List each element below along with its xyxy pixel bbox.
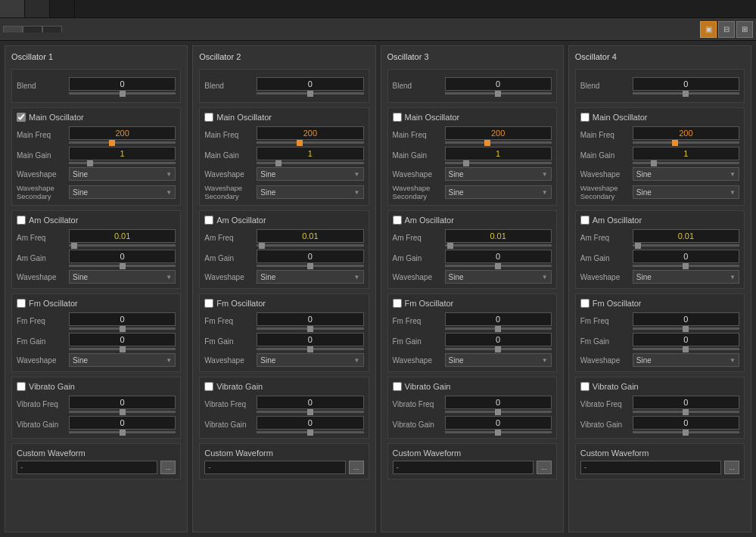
am-osc-checkbox-4[interactable] <box>580 216 590 225</box>
fm-freq-slider-1[interactable] <box>69 327 176 330</box>
custom-waveform-input-4[interactable]: - <box>580 461 721 474</box>
title-tab-2[interactable] <box>25 0 50 17</box>
vibrato-gain-slider-2[interactable] <box>257 431 363 433</box>
vibrato-freq-slider-3[interactable] <box>445 411 552 413</box>
am-freq-value-2[interactable]: 0.01 <box>257 229 363 243</box>
custom-waveform-input-1[interactable]: - <box>17 461 157 474</box>
vibrato-checkbox-4[interactable] <box>580 382 590 391</box>
blend-value-2[interactable]: 0 <box>257 77 363 91</box>
main-gain-slider-4[interactable] <box>633 162 739 164</box>
main-gain-value-3[interactable]: 1 <box>445 147 552 160</box>
am-freq-value-1[interactable]: 0.01 <box>69 229 176 243</box>
fm-freq-value-3[interactable]: 0 <box>445 312 552 326</box>
vibrato-freq-slider-1[interactable] <box>69 411 176 413</box>
am-freq-slider-1[interactable] <box>69 244 176 247</box>
am-waveshape-select-1[interactable]: Sine ▼ <box>69 270 176 284</box>
fm-freq-value-4[interactable]: 0 <box>633 312 739 326</box>
main-osc-checkbox-2[interactable] <box>204 113 213 122</box>
am-freq-slider-4[interactable] <box>633 244 739 247</box>
am-freq-value-4[interactable]: 0.01 <box>633 229 739 243</box>
dual-panel-button[interactable]: ⊟ <box>718 21 735 38</box>
blend-slider-3[interactable] <box>445 92 552 95</box>
blend-slider-1[interactable] <box>69 92 176 95</box>
vibrato-gain-slider-3[interactable] <box>445 431 552 433</box>
tab-rtpc[interactable] <box>23 26 42 33</box>
main-freq-slider-4[interactable] <box>633 141 739 144</box>
main-osc-checkbox-4[interactable] <box>580 113 590 122</box>
fm-gain-slider-1[interactable] <box>69 348 176 350</box>
waveshape-secondary-select-2[interactable]: Sine ▼ <box>257 185 363 199</box>
am-gain-slider-1[interactable] <box>69 265 176 267</box>
title-tab-notes[interactable] <box>50 0 75 17</box>
custom-waveform-input-2[interactable]: - <box>204 461 345 474</box>
blend-slider-4[interactable] <box>633 92 739 95</box>
am-gain-slider-2[interactable] <box>257 265 363 267</box>
fm-gain-slider-4[interactable] <box>633 348 739 350</box>
am-gain-value-3[interactable]: 0 <box>445 250 552 263</box>
vibrato-gain-value-2[interactable]: 0 <box>257 416 363 430</box>
vibrato-freq-slider-2[interactable] <box>257 411 363 413</box>
blend-value-4[interactable]: 0 <box>633 77 739 91</box>
main-freq-slider-3[interactable] <box>445 141 552 144</box>
main-osc-checkbox-1[interactable] <box>17 113 26 122</box>
waveshape-select-2[interactable]: Sine ▼ <box>257 167 363 181</box>
main-gain-value-1[interactable]: 1 <box>69 147 176 160</box>
am-gain-value-1[interactable]: 0 <box>69 250 176 263</box>
vibrato-gain-slider-1[interactable] <box>69 431 176 433</box>
fm-waveshape-select-4[interactable]: Sine ▼ <box>633 353 739 367</box>
vibrato-checkbox-3[interactable] <box>393 382 402 391</box>
custom-waveform-btn-2[interactable]: ... <box>349 461 364 474</box>
custom-waveform-btn-1[interactable]: ... <box>160 461 176 474</box>
waveshape-select-1[interactable]: Sine ▼ <box>69 167 176 181</box>
single-panel-button[interactable]: ▣ <box>700 21 717 38</box>
waveshape-secondary-select-3[interactable]: Sine ▼ <box>445 185 552 199</box>
main-freq-value-2[interactable]: 200 <box>257 126 363 140</box>
main-osc-checkbox-3[interactable] <box>393 113 402 122</box>
waveshape-secondary-select-4[interactable]: Sine ▼ <box>633 185 739 199</box>
custom-waveform-btn-3[interactable]: ... <box>537 461 552 474</box>
main-freq-slider-2[interactable] <box>257 141 363 144</box>
fm-osc-checkbox-1[interactable] <box>17 299 26 308</box>
fm-gain-slider-3[interactable] <box>445 348 552 350</box>
custom-waveform-input-3[interactable]: - <box>393 461 534 474</box>
am-osc-checkbox-1[interactable] <box>17 216 26 225</box>
am-gain-slider-4[interactable] <box>633 265 739 267</box>
quad-panel-button[interactable]: ⊞ <box>736 21 753 38</box>
am-osc-checkbox-2[interactable] <box>204 216 213 225</box>
blend-slider-2[interactable] <box>257 92 363 95</box>
main-freq-value-1[interactable]: 200 <box>69 126 176 140</box>
blend-value-3[interactable]: 0 <box>445 77 552 91</box>
fm-waveshape-select-3[interactable]: Sine ▼ <box>445 353 552 367</box>
fm-freq-slider-2[interactable] <box>257 327 363 330</box>
vibrato-freq-value-2[interactable]: 0 <box>257 396 363 409</box>
vibrato-freq-slider-4[interactable] <box>633 411 739 413</box>
am-waveshape-select-3[interactable]: Sine ▼ <box>445 270 552 284</box>
fm-waveshape-select-1[interactable]: Sine ▼ <box>69 353 176 367</box>
am-gain-value-4[interactable]: 0 <box>633 250 739 263</box>
waveshape-secondary-select-1[interactable]: Sine ▼ <box>69 185 176 199</box>
blend-value-1[interactable]: 0 <box>69 77 176 91</box>
fm-osc-checkbox-4[interactable] <box>580 299 590 308</box>
fm-freq-slider-3[interactable] <box>445 327 552 330</box>
vibrato-gain-value-1[interactable]: 0 <box>69 416 176 430</box>
am-gain-value-2[interactable]: 0 <box>257 250 363 263</box>
am-waveshape-select-4[interactable]: Sine ▼ <box>633 270 739 284</box>
tab-effect-settings[interactable] <box>3 26 23 33</box>
am-osc-checkbox-3[interactable] <box>393 216 402 225</box>
fm-gain-value-2[interactable]: 0 <box>257 333 363 346</box>
am-freq-value-3[interactable]: 0.01 <box>445 229 552 243</box>
main-freq-slider-1[interactable] <box>69 141 176 144</box>
am-waveshape-select-2[interactable]: Sine ▼ <box>257 270 363 284</box>
waveshape-select-3[interactable]: Sine ▼ <box>445 167 552 181</box>
vibrato-gain-value-3[interactable]: 0 <box>445 416 552 430</box>
am-freq-slider-3[interactable] <box>445 244 552 247</box>
fm-gain-value-3[interactable]: 0 <box>445 333 552 346</box>
fm-gain-value-1[interactable]: 0 <box>69 333 176 346</box>
am-gain-slider-3[interactable] <box>445 265 552 267</box>
am-freq-slider-2[interactable] <box>257 244 363 247</box>
main-freq-value-3[interactable]: 200 <box>445 126 552 140</box>
fm-freq-slider-4[interactable] <box>633 327 739 330</box>
custom-waveform-btn-4[interactable]: ... <box>724 461 739 474</box>
waveshape-select-4[interactable]: Sine ▼ <box>633 167 739 181</box>
vibrato-gain-slider-4[interactable] <box>633 431 739 433</box>
